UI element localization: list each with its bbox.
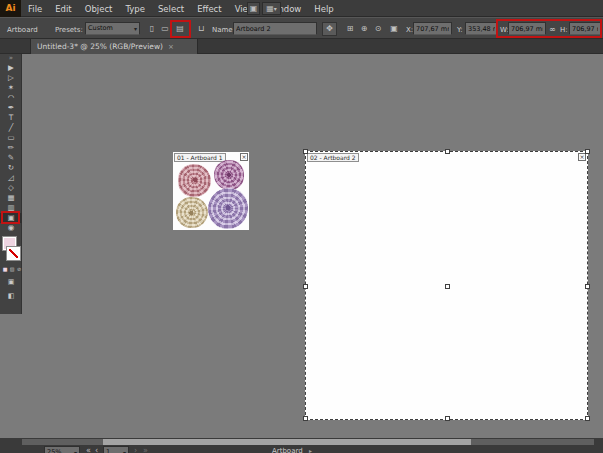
chevron-down-icon: ▾ (74, 447, 77, 453)
artboard-name-input[interactable] (233, 22, 317, 35)
zoom-level-dropdown[interactable]: 25% ▾ (44, 446, 80, 453)
pen-tool[interactable]: ✒ (0, 103, 22, 113)
status-menu-arrow-icon[interactable]: ▸ (309, 447, 312, 453)
rose-artwork-beige (176, 197, 208, 228)
chevron-down-icon: ▾ (274, 5, 277, 12)
pencil-tool[interactable]: ✎ (0, 153, 22, 163)
stroke-color-swatch[interactable] (6, 246, 21, 261)
menu-items: File Edit Object Type Select Effect View… (26, 0, 336, 17)
previous-artboard-icon[interactable]: ‹ (95, 446, 98, 453)
hand-tool[interactable]: ◉ (0, 223, 22, 233)
artboard-options-icon[interactable]: ▣ (388, 23, 400, 35)
panel-label: Artboard (7, 26, 38, 34)
screen-mode-icon[interactable]: ◧ (4, 292, 18, 301)
move-arrow-icon[interactable]: ✥ (322, 22, 337, 36)
document-tab-bar: Untitled-3* @ 25% (RGB/Preview) × (0, 39, 603, 54)
document-tab[interactable]: Untitled-3* @ 25% (RGB/Preview) × (30, 39, 198, 54)
drawing-modes-icon[interactable]: ▣ (4, 278, 18, 287)
direct-selection-tool[interactable]: ▷ (0, 73, 22, 83)
lasso-tool[interactable]: ◠ (0, 93, 22, 103)
presets-value: Custom (88, 23, 113, 34)
artboard-1-delete-icon[interactable]: × (240, 153, 248, 161)
type-tool[interactable]: T (0, 113, 22, 123)
y-label: Y: (457, 26, 463, 34)
handle-middle-right[interactable] (585, 284, 590, 289)
menu-file[interactable]: File (26, 4, 44, 14)
presets-dropdown[interactable]: Custom ▾ (85, 22, 140, 35)
show-center-mark-icon[interactable]: ⊞ (344, 23, 356, 35)
document-title: Untitled-3* @ 25% (RGB/Preview) (31, 42, 163, 51)
artboard-1[interactable]: 01 - Artboard 1 × (173, 152, 249, 230)
status-area: 25% ▾ « ‹ 1 ▾ › » Artboard ▸ (0, 438, 603, 453)
x-field[interactable] (413, 22, 452, 35)
chevron-down-icon: ▾ (123, 447, 126, 453)
app-logo: Ai (0, 0, 21, 17)
handle-top-right[interactable] (585, 149, 590, 154)
link-dimensions-icon[interactable]: ∞ (549, 25, 556, 34)
rose-artwork-lavender (208, 188, 248, 229)
rotate-tool[interactable]: ↻ (0, 163, 22, 173)
menu-type[interactable]: Type (123, 4, 147, 14)
artboard-2-delete-icon[interactable]: × (578, 153, 586, 161)
menu-bar: Ai File Edit Object Type Select Effect V… (0, 0, 603, 17)
artboard-number-value: 1 (106, 447, 110, 453)
free-transform-tool[interactable]: ▦ (0, 193, 22, 203)
show-video-safe-areas-icon[interactable]: ⊙ (372, 23, 384, 35)
handle-bottom-right[interactable] (585, 416, 590, 421)
paintbrush-tool[interactable]: ✏ (0, 143, 22, 153)
artboard-2[interactable]: 02 - Artboard 2 × (305, 151, 588, 420)
width-tool[interactable]: ◇ (0, 183, 22, 193)
gradient-mode-icon[interactable]: ▨ (9, 266, 15, 272)
status-tool-label: Artboard (272, 447, 303, 453)
artboard-tool[interactable]: ▣ (0, 213, 22, 223)
portrait-orientation-icon[interactable]: ▯ (146, 23, 158, 35)
arrange-documents-icon[interactable]: ▣ (247, 2, 260, 15)
menu-help[interactable]: Help (312, 4, 335, 14)
selection-tool[interactable]: ▶ (0, 63, 22, 73)
delete-artboard-icon[interactable]: ⊔ (195, 23, 207, 35)
next-artboard-icon[interactable]: › (134, 446, 137, 453)
color-mode-icon[interactable]: ■ (2, 266, 8, 272)
illustrator-window: Ai File Edit Object Type Select Effect V… (0, 0, 603, 453)
landscape-orientation-icon[interactable]: ▭ (159, 23, 171, 35)
zoom-level-value: 25% (47, 447, 61, 453)
last-artboard-icon[interactable]: » (143, 446, 148, 453)
scrollbar-thumb[interactable] (103, 439, 471, 445)
none-mode-icon[interactable]: ⊘ (16, 266, 22, 272)
artboard-options-bar: Artboard Presets: Custom ▾ ▯ ▭ ▤ ⊔ Name:… (0, 17, 603, 39)
menu-select[interactable]: Select (156, 4, 186, 14)
handle-bottom-center[interactable] (445, 416, 450, 421)
close-icon[interactable]: × (168, 43, 174, 51)
artboard-2-label[interactable]: 02 - Artboard 2 (307, 153, 359, 162)
artboard-1-label[interactable]: 01 - Artboard 1 (174, 153, 226, 162)
panel-collapse-icon[interactable]: » (0, 54, 22, 63)
first-artboard-icon[interactable]: « (86, 446, 91, 453)
handle-top-left[interactable] (303, 149, 308, 154)
show-cross-hairs-icon[interactable]: ⊕ (358, 23, 370, 35)
rose-artwork-purple (214, 160, 244, 190)
menu-object[interactable]: Object (83, 4, 115, 14)
move-copy-artwork-icon[interactable]: ▤ (174, 23, 186, 35)
horizontal-scrollbar[interactable] (22, 439, 594, 445)
workspace-switcher-icon[interactable]: ▦▾ (262, 2, 281, 15)
h-label: H: (560, 26, 568, 34)
name-label: Name: (212, 26, 235, 34)
rectangle-tool[interactable]: ▭ (0, 133, 22, 143)
rose-artwork-pink (178, 164, 211, 197)
magic-wand-tool[interactable]: ✶ (0, 83, 22, 93)
height-field[interactable] (569, 22, 601, 35)
artboard-center-mark (445, 284, 450, 289)
presets-label: Presets: (55, 26, 83, 34)
y-field[interactable] (465, 22, 498, 35)
handle-bottom-left[interactable] (303, 416, 308, 421)
line-segment-tool[interactable]: ╱ (0, 123, 22, 133)
workspace-grid-icon: ▦ (266, 4, 274, 13)
handle-middle-left[interactable] (303, 284, 308, 289)
menu-edit[interactable]: Edit (53, 4, 73, 14)
handle-top-center[interactable] (445, 149, 450, 154)
artboard-navigation-dropdown[interactable]: 1 ▾ (103, 446, 129, 453)
tools-panel: » ▶ ▷ ✶ ◠ ✒ T ╱ ▭ ✏ ✎ ↻ ◿ ◇ ▦ ▥ ▣ ◉ ■ ▨ … (0, 54, 22, 314)
width-field[interactable] (508, 22, 546, 35)
scale-tool[interactable]: ◿ (0, 173, 22, 183)
menu-effect[interactable]: Effect (195, 4, 223, 14)
